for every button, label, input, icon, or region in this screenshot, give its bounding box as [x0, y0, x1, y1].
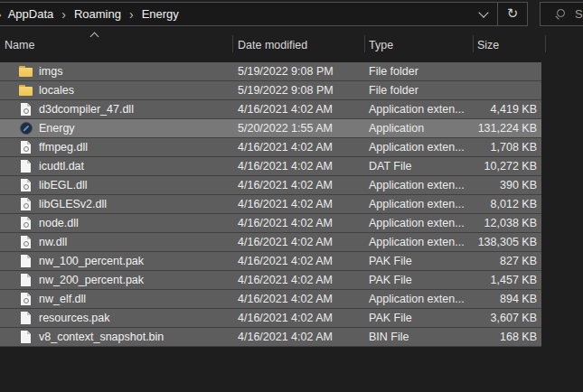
file-name-cell: icudtl.dat	[0, 159, 232, 173]
file-row[interactable]: libGLESv2.dll4/16/2021 4:02 AMApplicatio…	[0, 195, 541, 214]
search-box[interactable]: Se	[540, 2, 583, 26]
sort-ascending-chevron-icon	[90, 33, 99, 42]
column-header-date-modified[interactable]: Date modified	[238, 39, 307, 51]
file-date-modified: 5/20/2022 1:55 AM	[232, 122, 364, 135]
file-name: resources.pak	[39, 312, 110, 324]
column-separator[interactable]	[364, 35, 365, 52]
file-icon	[19, 330, 33, 344]
breadcrumb-item-roaming[interactable]: Roaming	[71, 7, 124, 21]
file-name-cell: v8_context_snapshot.bin	[0, 330, 232, 344]
file-name-cell: nw_elf.dll	[0, 292, 232, 306]
dll-icon	[19, 140, 33, 154]
file-explorer-window: › AppData›Roaming›Energy ↻ Se Name Date …	[0, 0, 583, 392]
file-size: 827 KB	[473, 255, 541, 267]
breadcrumb-chevron-icon[interactable]: ›	[124, 8, 139, 21]
gear-icon	[24, 203, 29, 209]
file-size: 131,224 KB	[473, 122, 541, 135]
file-size: 12,038 KB	[473, 217, 541, 229]
file-type: Application	[364, 122, 473, 135]
file-row[interactable]: nw_100_percent.pak4/16/2021 4:02 AMPAK F…	[0, 252, 541, 271]
file-row[interactable]: nw_200_percent.pak4/16/2021 4:02 AMPAK F…	[0, 271, 541, 290]
column-separator[interactable]	[545, 35, 546, 52]
file-row[interactable]: locales5/19/2022 9:08 PMFile folder	[0, 81, 541, 100]
file-icon	[19, 159, 33, 173]
dll-icon	[19, 235, 33, 249]
file-date-modified: 4/16/2021 4:02 AM	[232, 141, 364, 154]
file-type: Application exten...	[364, 293, 473, 305]
file-name-cell: resources.pak	[0, 311, 232, 325]
file-row[interactable]: d3dcompiler_47.dll4/16/2021 4:02 AMAppli…	[0, 100, 541, 119]
search-icon	[554, 8, 567, 21]
file-date-modified: 4/16/2021 4:02 AM	[232, 103, 364, 116]
address-dropdown-button[interactable]	[470, 3, 497, 25]
file-row[interactable]: node.dll4/16/2021 4:02 AMApplication ext…	[0, 214, 541, 233]
refresh-button[interactable]: ↻	[498, 3, 527, 25]
file-name: locales	[39, 84, 74, 97]
address-bar[interactable]: › AppData›Roaming›Energy ↻	[0, 2, 528, 26]
file-row[interactable]: icudtl.dat4/16/2021 4:02 AMDAT File10,27…	[0, 157, 541, 176]
file-row[interactable]: nw_elf.dll4/16/2021 4:02 AMApplication e…	[0, 290, 541, 309]
file-date-modified: 5/19/2022 9:08 PM	[232, 84, 364, 97]
dll-icon	[19, 178, 33, 192]
dll-icon	[19, 216, 33, 230]
file-size: 1,457 KB	[473, 274, 541, 286]
file-date-modified: 4/16/2021 4:02 AM	[232, 255, 364, 267]
file-row[interactable]: libEGL.dll4/16/2021 4:02 AMApplication e…	[0, 176, 541, 195]
file-date-modified: 4/16/2021 4:02 AM	[232, 198, 364, 210]
gear-icon	[24, 222, 29, 228]
file-name: node.dll	[39, 217, 79, 229]
file-name-cell: libGLESv2.dll	[0, 197, 232, 211]
file-name-cell: nw_200_percent.pak	[0, 273, 232, 287]
breadcrumb-item-energy[interactable]: Energy	[139, 7, 182, 21]
file-size: 4,419 KB	[473, 103, 541, 116]
file-row[interactable]: ffmpeg.dll4/16/2021 4:02 AMApplication e…	[0, 138, 541, 157]
column-header-type[interactable]: Type	[369, 39, 393, 51]
breadcrumb-item-appdata[interactable]: AppData	[5, 7, 57, 21]
breadcrumb: › AppData›Roaming›Energy	[0, 3, 470, 25]
file-date-modified: 4/16/2021 4:02 AM	[232, 293, 364, 305]
file-type: Application exten...	[364, 198, 473, 210]
file-icon	[19, 254, 33, 268]
gear-icon	[24, 108, 29, 114]
file-date-modified: 4/16/2021 4:02 AM	[232, 179, 364, 191]
file-name-cell: Energy	[0, 121, 232, 135]
file-type: DAT File	[364, 160, 473, 173]
column-header-name[interactable]: Name	[5, 39, 34, 51]
file-name-cell: nw.dll	[0, 235, 232, 249]
folder-icon	[19, 83, 33, 98]
address-bar-controls: ↻	[470, 3, 527, 25]
file-name-cell: locales	[0, 83, 232, 98]
file-type: File folder	[364, 65, 473, 78]
file-type: PAK File	[364, 274, 473, 286]
folder-icon	[19, 64, 33, 79]
file-row[interactable]: Energy5/20/2022 1:55 AMApplication131,22…	[0, 119, 541, 138]
file-type: PAK File	[364, 312, 473, 324]
file-name-cell: ffmpeg.dll	[0, 140, 232, 154]
file-date-modified: 4/16/2021 4:02 AM	[232, 160, 364, 173]
file-name-cell: node.dll	[0, 216, 232, 230]
column-header-size[interactable]: Size	[477, 39, 499, 51]
file-icon	[19, 311, 33, 325]
column-separator[interactable]	[473, 35, 474, 52]
file-size: 10,272 KB	[473, 160, 541, 173]
chevron-down-icon	[478, 7, 488, 17]
file-date-modified: 4/16/2021 4:02 AM	[232, 217, 364, 229]
file-name-cell: nw_100_percent.pak	[0, 254, 232, 268]
file-size: 894 KB	[473, 293, 541, 305]
file-row[interactable]: v8_context_snapshot.bin4/16/2021 4:02 AM…	[0, 328, 541, 347]
file-row[interactable]: imgs5/19/2022 9:08 PMFile folder	[0, 62, 541, 81]
breadcrumb-chevron-icon[interactable]: ›	[56, 8, 71, 21]
file-date-modified: 4/16/2021 4:02 AM	[232, 312, 364, 324]
gear-icon	[24, 146, 29, 152]
file-row[interactable]: nw.dll4/16/2021 4:02 AMApplication exten…	[0, 233, 541, 252]
file-name: Energy	[39, 122, 75, 135]
file-size: 8,012 KB	[473, 198, 541, 210]
file-row[interactable]: resources.pak4/16/2021 4:02 AMPAK File3,…	[0, 309, 541, 328]
column-separator[interactable]	[232, 35, 233, 52]
file-size: 3,607 KB	[473, 312, 541, 324]
file-name: nw_100_percent.pak	[39, 255, 144, 267]
file-type: Application exten...	[364, 236, 473, 248]
file-name: d3dcompiler_47.dll	[39, 103, 134, 116]
gear-icon	[24, 184, 29, 190]
file-type: BIN File	[364, 331, 473, 343]
